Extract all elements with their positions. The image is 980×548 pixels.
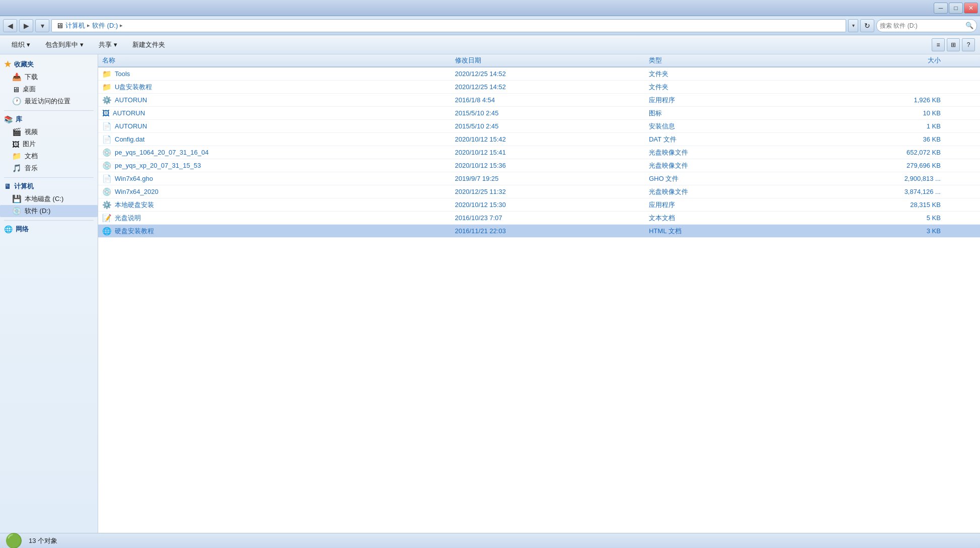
table-row[interactable]: ⚙️ AUTORUN 2016/1/8 4:54 应用程序 1,926 KB xyxy=(98,94,980,107)
file-name-label: Config.dat xyxy=(115,135,144,143)
new-folder-button[interactable]: 新建文件夹 xyxy=(126,38,172,52)
help-button[interactable]: ? xyxy=(962,38,975,51)
file-size-cell: 36 KB xyxy=(804,135,945,143)
file-date-cell: 2015/5/10 2:45 xyxy=(451,122,645,130)
sidebar-item-software-d[interactable]: 💿 软件 (D:) xyxy=(0,205,98,217)
file-type-cell: 应用程序 xyxy=(645,96,803,105)
statusbar-count: 13 个对象 xyxy=(29,536,57,545)
search-bar: 🔍 xyxy=(876,19,977,32)
file-size-cell: 5 KB xyxy=(804,214,945,222)
sidebar-divider-1 xyxy=(4,110,94,111)
computer-icon: 🖥 xyxy=(4,182,11,190)
file-size-cell: 1 KB xyxy=(804,122,945,130)
file-name-label: Tools xyxy=(115,70,130,78)
main-layout: ★ 收藏夹 📥 下载 🖥 桌面 🕐 最近访问的位置 📚 库 � xyxy=(0,54,980,533)
sidebar-network-header[interactable]: 🌐 网络 xyxy=(0,223,98,236)
back-button[interactable]: ◀ xyxy=(3,19,17,32)
toolbar: 组织 ▾ 包含到库中 ▾ 共享 ▾ 新建文件夹 ≡ ⊞ ? xyxy=(0,35,980,54)
library-icon: 📚 xyxy=(4,115,13,123)
downloads-icon: 📥 xyxy=(12,73,22,82)
sidebar-divider-3 xyxy=(4,220,94,221)
file-type-cell: 图标 xyxy=(645,109,803,118)
file-name-cell: 💿 Win7x64_2020 xyxy=(98,187,451,196)
documents-icon: 📁 xyxy=(12,152,22,161)
file-type-cell: 光盘映像文件 xyxy=(645,148,803,157)
breadcrumb-computer[interactable]: 计算机 xyxy=(65,21,85,30)
file-date-cell: 2016/1/8 4:54 xyxy=(451,96,645,104)
column-header-date[interactable]: 修改日期 xyxy=(451,56,645,65)
file-name-label: U盘安装教程 xyxy=(115,83,152,92)
file-name-label: pe_yqs_1064_20_07_31_16_04 xyxy=(115,149,209,156)
table-row[interactable]: 📝 光盘说明 2016/10/23 7:07 文本文档 5 KB xyxy=(98,212,980,225)
search-input[interactable] xyxy=(880,22,963,29)
search-icon[interactable]: 🔍 xyxy=(965,22,973,29)
table-row[interactable]: ⚙️ 本地硬盘安装 2020/10/12 15:30 应用程序 28,315 K… xyxy=(98,198,980,212)
file-size-cell: 652,072 KB xyxy=(804,149,945,156)
table-row[interactable]: 💿 Win7x64_2020 2020/12/25 11:32 光盘映像文件 3… xyxy=(98,185,980,198)
filelist: 名称 修改日期 类型 大小 📁 Tools 2020/12/25 14:52 文… xyxy=(98,54,980,533)
table-row[interactable]: 💿 pe_yqs_xp_20_07_31_15_53 2020/10/12 15… xyxy=(98,159,980,172)
view-toggle-button[interactable]: ⊞ xyxy=(947,38,960,51)
filelist-header: 名称 修改日期 类型 大小 xyxy=(98,54,980,67)
file-date-cell: 2016/10/23 7:07 xyxy=(451,214,645,222)
sidebar-item-desktop[interactable]: 🖥 桌面 xyxy=(0,83,98,95)
sidebar-computer-header[interactable]: 🖥 计算机 xyxy=(0,180,98,193)
file-name-label: Win7x64.gho xyxy=(115,175,153,182)
table-row[interactable]: 📄 Win7x64.gho 2019/9/7 19:25 GHO 文件 2,90… xyxy=(98,172,980,185)
file-name-cell: 📄 AUTORUN xyxy=(98,122,451,131)
sidebar-item-music[interactable]: 🎵 音乐 xyxy=(0,162,98,174)
sidebar-favorites-header[interactable]: ★ 收藏夹 xyxy=(0,57,98,71)
help-icon: ? xyxy=(967,41,970,48)
table-row[interactable]: 💿 pe_yqs_1064_20_07_31_16_04 2020/10/12 … xyxy=(98,146,980,159)
recent-locations-button[interactable]: ▾ xyxy=(35,19,49,32)
column-header-size[interactable]: 大小 xyxy=(804,56,945,65)
file-date-cell: 2020/12/25 11:32 xyxy=(451,188,645,195)
videos-icon: 🎬 xyxy=(12,127,22,136)
table-row[interactable]: 📄 AUTORUN 2015/5/10 2:45 安装信息 1 KB xyxy=(98,120,980,133)
table-row[interactable]: 📁 Tools 2020/12/25 14:52 文件夹 xyxy=(98,67,980,81)
close-button[interactable]: ✕ xyxy=(964,3,978,14)
file-icon: 📁 xyxy=(102,83,112,92)
file-size-cell: 2,900,813 ... xyxy=(804,175,945,182)
file-type-cell: 应用程序 xyxy=(645,200,803,210)
sidebar-item-videos[interactable]: 🎬 视频 xyxy=(0,126,98,138)
file-type-cell: DAT 文件 xyxy=(645,135,803,144)
sidebar-item-local-c[interactable]: 💾 本地磁盘 (C:) xyxy=(0,193,98,205)
file-date-cell: 2020/10/12 15:42 xyxy=(451,135,645,143)
file-type-cell: 文本文档 xyxy=(645,214,803,223)
table-row[interactable]: 📁 U盘安装教程 2020/12/25 14:52 文件夹 xyxy=(98,81,980,94)
sidebar-computer-section: 🖥 计算机 💾 本地磁盘 (C:) 💿 软件 (D:) xyxy=(0,180,98,217)
file-size-cell: 3,874,126 ... xyxy=(804,188,945,195)
forward-button[interactable]: ▶ xyxy=(19,19,33,32)
column-header-type[interactable]: 类型 xyxy=(645,56,803,65)
organize-button[interactable]: 组织 ▾ xyxy=(5,38,37,52)
address-dropdown-button[interactable]: ▾ xyxy=(848,19,858,32)
file-icon: 💿 xyxy=(102,161,112,170)
table-row[interactable]: 🌐 硬盘安装教程 2016/11/21 22:03 HTML 文档 3 KB xyxy=(98,225,980,238)
file-icon: ⚙️ xyxy=(102,96,112,105)
recent-icon: 🕐 xyxy=(12,97,22,106)
table-row[interactable]: 📄 Config.dat 2020/10/12 15:42 DAT 文件 36 … xyxy=(98,133,980,146)
view-options-button[interactable]: ≡ xyxy=(932,38,945,51)
maximize-button[interactable]: □ xyxy=(949,3,963,14)
sidebar-library-header[interactable]: 📚 库 xyxy=(0,113,98,126)
include-library-button[interactable]: 包含到库中 ▾ xyxy=(39,38,90,52)
sidebar-item-pictures[interactable]: 🖼 图片 xyxy=(0,138,98,150)
file-date-cell: 2020/12/25 14:52 xyxy=(451,70,645,78)
sidebar-item-recent[interactable]: 🕐 最近访问的位置 xyxy=(0,95,98,107)
refresh-button[interactable]: ↻ xyxy=(860,19,874,32)
breadcrumb-drive[interactable]: 软件 (D:) xyxy=(92,21,118,30)
minimize-button[interactable]: ─ xyxy=(934,3,948,14)
local-disk-c-icon: 💾 xyxy=(12,194,22,203)
sidebar-item-downloads[interactable]: 📥 下载 xyxy=(0,71,98,83)
sidebar-favorites-section: ★ 收藏夹 📥 下载 🖥 桌面 🕐 最近访问的位置 xyxy=(0,57,98,107)
file-type-cell: HTML 文档 xyxy=(645,227,803,236)
sidebar-item-documents[interactable]: 📁 文档 xyxy=(0,150,98,162)
file-type-cell: 光盘映像文件 xyxy=(645,161,803,170)
file-name-label: AUTORUN xyxy=(115,96,147,104)
share-button[interactable]: 共享 ▾ xyxy=(92,38,124,52)
column-header-name[interactable]: 名称 xyxy=(98,56,451,65)
file-date-cell: 2020/10/12 15:41 xyxy=(451,149,645,156)
table-row[interactable]: 🖼 AUTORUN 2015/5/10 2:45 图标 10 KB xyxy=(98,107,980,120)
file-rows-container: 📁 Tools 2020/12/25 14:52 文件夹 📁 U盘安装教程 20… xyxy=(98,67,980,238)
